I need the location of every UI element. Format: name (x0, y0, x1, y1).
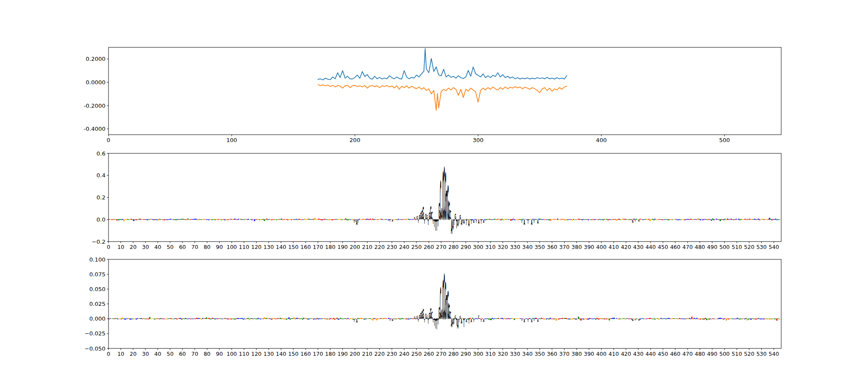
y-tick-label: 0.0 (96, 216, 105, 223)
x-tick-label: 460 (670, 244, 681, 250)
x-tick-label: 90 (216, 244, 223, 250)
x-tick-label: 250 (411, 244, 422, 250)
x-tick-label: 160 (300, 244, 311, 250)
x-tick-label: 190 (337, 351, 348, 357)
x-tick-label: 380 (572, 244, 582, 250)
middle-logo-chart-x-axis: 0102030405060708090100110120130140150160… (107, 242, 779, 250)
x-tick-label: 70 (191, 351, 198, 357)
x-tick-label: 310 (485, 351, 496, 357)
logo-letter-A: A (638, 318, 639, 321)
x-tick-label: 370 (559, 351, 569, 357)
x-tick-label: 390 (584, 244, 594, 250)
x-tick-label: 220 (375, 351, 385, 357)
x-tick-label: 100 (227, 244, 237, 250)
logo-letter-A: A (468, 218, 470, 229)
x-tick-label: 200 (350, 244, 360, 250)
logo-letter-T: T (354, 318, 355, 323)
logo-letter-G: G (414, 315, 415, 319)
y-tick-label: 0.4 (96, 172, 105, 179)
logo-letter-T: T (468, 318, 470, 325)
logo-letter-T: T (635, 318, 636, 321)
y-tick-label: -0.2000 (84, 103, 105, 109)
x-tick-label: 400 (596, 351, 607, 357)
logo-letter-A: A (483, 318, 484, 323)
x-tick-label: 330 (510, 351, 520, 357)
top-line-chart-y-axis: 0.20000.0000-0.2000-0.4000 (84, 56, 108, 132)
x-tick-label: 350 (535, 244, 545, 250)
x-tick-label: 450 (658, 244, 668, 250)
y-tick-label: 0.2000 (86, 56, 106, 62)
x-tick-label: 430 (633, 244, 644, 250)
x-tick-label: 470 (682, 351, 693, 357)
logo-letter-A: A (537, 318, 539, 323)
x-tick-label: 510 (732, 244, 742, 250)
x-tick-label: 390 (584, 351, 594, 357)
logo-letter-T: T (480, 218, 482, 225)
x-tick-label: 360 (547, 244, 557, 250)
x-tick-label: 400 (596, 244, 607, 250)
x-tick-label: 290 (460, 244, 471, 250)
figure-svg: 01002003004005000.20000.0000-0.2000-0.40… (0, 0, 868, 391)
logo-letter-T: T (533, 219, 535, 224)
x-tick-label: 30 (142, 244, 149, 250)
x-tick-label: 490 (707, 244, 717, 250)
x-tick-label: 100 (226, 137, 237, 143)
logo-letter-T: T (527, 318, 529, 323)
x-tick-label: 350 (535, 351, 545, 357)
x-tick-label: 60 (179, 244, 186, 250)
y-tick-label: 0.100 (89, 256, 105, 263)
logo-letter-T: T (464, 317, 465, 329)
positive-strand-signal-line (318, 49, 567, 80)
x-tick-label: 480 (695, 244, 705, 250)
y-tick-label: -0.4000 (84, 126, 105, 132)
x-tick-label: 240 (399, 351, 409, 357)
x-tick-label: 480 (695, 351, 705, 357)
x-tick-label: 10 (117, 244, 124, 250)
logo-letter-T: T (466, 218, 467, 227)
logo-letter-C: C (478, 314, 480, 320)
x-tick-label: 50 (167, 244, 174, 250)
x-tick-label: 190 (337, 244, 348, 250)
logo-letter-A: A (356, 318, 357, 324)
logo-letter-A: A (461, 318, 462, 325)
x-tick-label: 510 (732, 351, 742, 357)
bottom-logo-chart-y-axis: 0.1000.0750.0500.0250.000−0.025−0.050 (85, 256, 108, 352)
x-tick-label: 180 (325, 351, 335, 357)
x-tick-label: 150 (288, 351, 299, 357)
x-tick-label: 270 (436, 244, 447, 250)
x-tick-label: 270 (436, 351, 447, 357)
x-tick-label: 140 (276, 244, 286, 250)
x-tick-label: 300 (473, 351, 483, 357)
x-tick-label: 250 (411, 351, 422, 357)
x-tick-label: 170 (313, 244, 323, 250)
x-tick-label: 430 (633, 351, 644, 357)
x-tick-label: 40 (155, 244, 161, 250)
x-tick-label: 440 (645, 351, 656, 357)
logo-letter-A: A (463, 218, 464, 225)
x-tick-label: 450 (658, 351, 668, 357)
x-tick-label: 410 (608, 244, 619, 250)
x-tick-label: 0 (107, 351, 110, 357)
x-tick-label: 100 (227, 351, 237, 357)
x-tick-label: 130 (263, 351, 274, 357)
x-tick-label: 230 (387, 351, 397, 357)
x-tick-label: 90 (216, 351, 223, 357)
logo-letter-T: T (471, 218, 472, 225)
x-tick-label: 320 (497, 351, 508, 357)
logo-letter-T: T (389, 318, 391, 322)
x-tick-label: 420 (621, 351, 631, 357)
x-tick-label: 80 (204, 244, 210, 250)
y-tick-label: −0.050 (85, 345, 105, 352)
y-tick-label: 0.025 (89, 301, 105, 307)
x-tick-label: 170 (313, 351, 323, 357)
logo-letter-T: T (357, 219, 358, 224)
x-tick-label: 500 (719, 244, 730, 250)
x-tick-label: 300 (473, 137, 483, 143)
logo-letter-A: A (632, 318, 633, 322)
logo-letter-T: T (480, 318, 482, 323)
x-tick-label: 180 (325, 244, 335, 250)
middle-logo-chart: 0102030405060708090100110120130140150160… (92, 150, 781, 251)
x-tick-label: 220 (375, 244, 385, 250)
x-tick-label: 130 (263, 244, 274, 250)
bottom-logo-chart-x-axis: 0102030405060708090100110120130140150160… (107, 348, 779, 357)
